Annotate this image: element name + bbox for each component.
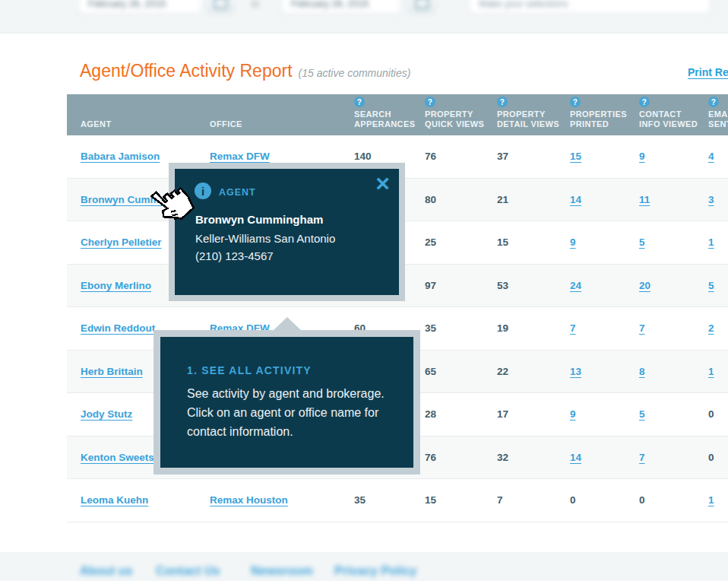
detail-views-value: 21	[497, 194, 508, 205]
column-header-office: OFFICE	[210, 94, 354, 135]
agent-link[interactable]: Herb Brittain	[81, 366, 143, 377]
quick-views-value: 65	[425, 366, 436, 377]
tooltip-title: 1. SEE ALL ACTIVITY	[187, 364, 312, 376]
quick-views-value: 28	[425, 408, 436, 420]
help-icon[interactable]: ?	[639, 97, 650, 107]
info-icon: i	[195, 183, 211, 199]
table-row: Leoma Kuehn Remax Houston 35 15 7 0 0 1	[67, 479, 728, 522]
detail-views-value: 7	[497, 494, 503, 506]
tooltip-agent-office: Keller-Williams San Antonio	[195, 232, 335, 245]
tooltip-text: See activity by agent and brokerage. Cli…	[187, 384, 400, 441]
selections-input[interactable]: Make your selections	[469, 0, 711, 14]
page-title: Agent/Office Activity Report(15 active c…	[80, 61, 410, 81]
email-sent-link[interactable]: 5	[708, 280, 714, 291]
quick-views-value: 15	[425, 494, 436, 506]
column-header-contact-info-viewed: ?CONTACT INFO VIEWED	[639, 94, 708, 135]
print-report-link[interactable]: Print Report	[688, 66, 728, 78]
search-apperances-value: 140	[354, 151, 372, 162]
detail-views-value: 15	[497, 237, 508, 248]
calendar-to-button[interactable]	[408, 0, 435, 14]
agent-link[interactable]: Ebony Merlino	[81, 280, 151, 291]
quick-views-value: 35	[425, 322, 436, 334]
contact-viewed-link[interactable]: 11	[639, 194, 650, 205]
date-to-input[interactable]: February 26, 2015	[281, 0, 401, 14]
email-sent-link[interactable]: 1	[708, 494, 714, 506]
tooltip-arrow-up	[273, 317, 302, 331]
calendar-from-button[interactable]	[207, 0, 234, 14]
printed-link[interactable]: 9	[570, 408, 576, 420]
help-icon[interactable]: ?	[708, 97, 719, 107]
quick-views-value: 76	[425, 452, 436, 463]
email-sent-link[interactable]: 1	[708, 366, 714, 377]
printed-link[interactable]: 15	[570, 151, 581, 162]
email-sent-link[interactable]: 2	[708, 322, 714, 334]
detail-views-value: 32	[497, 452, 508, 463]
help-icon[interactable]: ?	[570, 97, 581, 107]
agent-link[interactable]: Leoma Kuehn	[81, 494, 148, 506]
detail-views-value: 17	[497, 408, 508, 420]
quick-views-value: 76	[425, 151, 436, 162]
contact-viewed-link[interactable]: 9	[639, 151, 645, 162]
email-sent-link[interactable]: 4	[708, 151, 714, 162]
printed-link[interactable]: 24	[570, 280, 581, 291]
help-icon[interactable]: ?	[354, 97, 365, 107]
printed-link[interactable]: 7	[570, 322, 576, 334]
column-header-search-apperances: ?SEARCH APPERANCES	[354, 94, 425, 135]
contact-viewed-link[interactable]: 7	[639, 322, 645, 334]
column-header-email-sent: ?EMAIL SENT	[708, 94, 728, 135]
email-sent-value: 0	[708, 408, 714, 420]
calendar-icon	[415, 0, 429, 9]
agent-link[interactable]: Kenton Sweetser	[81, 452, 164, 463]
search-apperances-value: 35	[354, 494, 366, 506]
agent-info-tooltip-body: i AGENT × Bronwyn Cummingham Keller-Will…	[175, 169, 399, 295]
email-sent-link[interactable]: 1	[708, 237, 714, 248]
contact-viewed-link[interactable]: 5	[639, 408, 645, 420]
contact-viewed-value: 0	[639, 494, 645, 506]
printed-link[interactable]: 13	[570, 366, 581, 377]
help-icon[interactable]: ?	[425, 97, 435, 107]
office-link[interactable]: Remax DFW	[210, 151, 270, 162]
agent-info-tooltip: i AGENT × Bronwyn Cummingham Keller-Will…	[169, 163, 405, 301]
close-icon[interactable]: ×	[375, 170, 390, 196]
hand-cursor-icon	[150, 185, 192, 229]
tooltip-agent-phone: (210) 123-4567	[195, 249, 274, 262]
date-from-input[interactable]: February 26, 2015	[78, 0, 202, 14]
column-header-properties-printed: ?PROPERTIES PRINTED	[570, 94, 639, 135]
page-footer: About us Contact Us Newsroom Privacy Pol…	[0, 552, 728, 581]
printed-value: 0	[570, 494, 576, 506]
date-range-to-label: to	[252, 0, 259, 9]
footer-link-privacy[interactable]: Privacy Policy	[334, 564, 417, 578]
email-sent-link[interactable]: 3	[708, 194, 714, 205]
quick-views-value: 80	[425, 194, 436, 205]
agent-link[interactable]: Babara Jamison	[81, 151, 160, 162]
detail-views-value: 53	[497, 280, 508, 291]
footer-link-newsroom[interactable]: Newsroom	[251, 564, 313, 578]
detail-views-value: 22	[497, 366, 508, 377]
agent-link[interactable]: Jody Stutz	[81, 408, 132, 420]
printed-link[interactable]: 14	[570, 194, 581, 205]
contact-viewed-link[interactable]: 7	[639, 452, 645, 463]
email-sent-value: 0	[708, 452, 714, 463]
column-header-property-quick-views: ?PROPERTY QUICK VIEWS	[425, 94, 497, 135]
date-filter-toolbar: February 26, 2015 to February 26, 2015 M…	[0, 0, 728, 33]
calendar-icon	[214, 0, 228, 9]
column-header-property-detail-views: ?PROPERTY DETAIL VIEWS	[497, 94, 570, 135]
office-link[interactable]: Remax Houston	[210, 494, 288, 506]
contact-viewed-link[interactable]: 8	[639, 366, 645, 377]
column-header-agent: AGENT	[67, 94, 210, 135]
activity-report-page: February 26, 2015 to February 26, 2015 M…	[0, 0, 728, 581]
printed-link[interactable]: 9	[570, 237, 576, 248]
contact-viewed-link[interactable]: 20	[639, 280, 650, 291]
quick-views-value: 25	[425, 237, 436, 248]
tooltip-agent-label: AGENT	[219, 187, 256, 198]
agent-link[interactable]: Cherlyn Pelletier	[81, 237, 162, 248]
printed-link[interactable]: 14	[570, 452, 581, 463]
contact-viewed-link[interactable]: 5	[639, 237, 645, 248]
help-icon[interactable]: ?	[497, 97, 508, 107]
footer-link-contact[interactable]: Contact Us	[156, 564, 220, 578]
detail-views-value: 37	[497, 151, 508, 162]
see-all-activity-tooltip-body: 1. SEE ALL ACTIVITY See activity by agen…	[160, 337, 413, 468]
footer-blur-group: About us Contact Us Newsroom Privacy Pol…	[0, 552, 728, 581]
footer-link-about[interactable]: About us	[80, 564, 132, 578]
agent-link[interactable]: Edwin Reddout	[81, 322, 155, 334]
